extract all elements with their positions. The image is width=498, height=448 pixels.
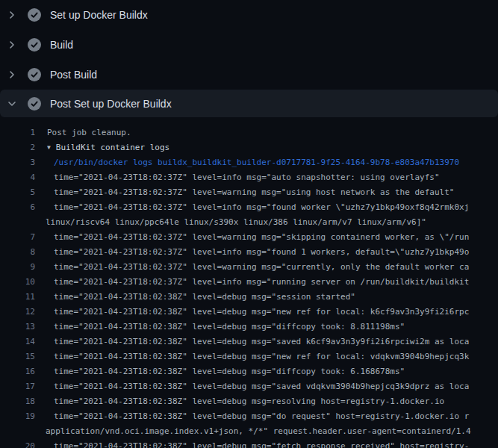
chevron-right-icon — [6, 39, 18, 51]
log-text: time="2021-04-23T18:02:38Z" level=debug … — [35, 394, 444, 409]
log-line-number[interactable]: 20 — [0, 439, 35, 448]
steps-list: Set up Docker BuildxBuildPost BuildPost … — [0, 0, 498, 117]
log-line: 17time="2021-04-23T18:02:38Z" level=debu… — [0, 379, 498, 394]
log-line-number[interactable]: 17 — [0, 379, 35, 394]
status-check-icon — [28, 8, 41, 22]
log-line-number[interactable]: 2 — [0, 140, 35, 155]
log-line-number[interactable]: 1 — [0, 125, 35, 140]
step-label: Post Set up Docker Buildx — [50, 99, 172, 109]
chevron-right-icon — [6, 69, 18, 81]
log-command-text: /usr/bin/docker logs buildx_buildkit_bui… — [35, 155, 459, 170]
log-line-number[interactable]: 3 — [0, 155, 35, 170]
chevron-right-icon — [6, 9, 18, 21]
step-row-post-build[interactable]: Post Build — [0, 60, 498, 90]
status-check-icon — [28, 68, 41, 81]
log-line-number[interactable]: 9 — [0, 260, 35, 275]
log-line-number[interactable]: 14 — [0, 335, 35, 349]
log-viewer: 1Post job cleanup.2▼BuildKit container l… — [0, 117, 498, 448]
log-text: time="2021-04-23T18:02:37Z" level=info m… — [35, 275, 469, 290]
log-text: time="2021-04-23T18:02:38Z" level=debug … — [35, 364, 405, 379]
log-line-number — [0, 424, 35, 439]
status-check-icon — [28, 97, 41, 111]
log-line: 8time="2021-04-23T18:02:37Z" level=info … — [0, 245, 498, 260]
log-line: 7time="2021-04-23T18:02:37Z" level=warni… — [0, 230, 498, 245]
log-text: time="2021-04-23T18:02:37Z" level=warnin… — [35, 230, 469, 245]
log-line: 12time="2021-04-23T18:02:38Z" level=debu… — [0, 305, 498, 320]
log-line-number[interactable]: 10 — [0, 275, 35, 290]
log-line: 6time="2021-04-23T18:02:37Z" level=info … — [0, 200, 498, 215]
log-line-number[interactable]: 19 — [0, 409, 35, 424]
log-text: time="2021-04-23T18:02:38Z" level=debug … — [35, 439, 469, 448]
log-line: 15time="2021-04-23T18:02:38Z" level=debu… — [0, 349, 498, 364]
log-line-number[interactable]: 8 — [0, 245, 35, 260]
log-line-number[interactable]: 15 — [0, 349, 35, 364]
log-line: 10time="2021-04-23T18:02:37Z" level=info… — [0, 275, 498, 290]
log-text: time="2021-04-23T18:02:38Z" level=debug … — [35, 335, 469, 349]
log-line: 19time="2021-04-23T18:02:38Z" level=debu… — [0, 409, 498, 424]
log-text: time="2021-04-23T18:02:38Z" level=debug … — [35, 409, 469, 424]
log-line: 1Post job cleanup. — [0, 125, 498, 140]
log-text: linux/riscv64 linux/ppc64le linux/s390x … — [35, 215, 426, 230]
log-text: time="2021-04-23T18:02:38Z" level=debug … — [35, 379, 469, 394]
log-line: 2▼BuildKit container logs — [0, 140, 498, 155]
log-group-header[interactable]: ▼BuildKit container logs — [35, 140, 169, 155]
log-line: 18time="2021-04-23T18:02:38Z" level=debu… — [0, 394, 498, 409]
log-line: 16time="2021-04-23T18:02:38Z" level=debu… — [0, 364, 498, 379]
log-line: 5time="2021-04-23T18:02:37Z" level=warni… — [0, 185, 498, 200]
step-label: Build — [50, 40, 73, 50]
log-line-number[interactable]: 7 — [0, 230, 35, 245]
step-row-build[interactable]: Build — [0, 30, 498, 60]
chevron-down-icon — [6, 98, 18, 110]
log-line: 13time="2021-04-23T18:02:38Z" level=debu… — [0, 320, 498, 335]
log-text: time="2021-04-23T18:02:38Z" level=debug … — [35, 320, 405, 335]
log-line-number — [0, 215, 35, 230]
step-row-set-up-docker-buildx[interactable]: Set up Docker Buildx — [0, 0, 498, 30]
log-line-number[interactable]: 6 — [0, 200, 35, 215]
log-line: linux/riscv64 linux/ppc64le linux/s390x … — [0, 215, 498, 230]
log-text: time="2021-04-23T18:02:37Z" level=info m… — [35, 245, 469, 260]
log-line-number[interactable]: 18 — [0, 394, 35, 409]
log-text: time="2021-04-23T18:02:38Z" level=debug … — [35, 305, 469, 320]
log-line: 14time="2021-04-23T18:02:38Z" level=debu… — [0, 335, 498, 349]
log-text: Post job cleanup. — [35, 125, 131, 140]
step-row-post-set-up-docker-buildx[interactable]: Post Set up Docker Buildx — [0, 90, 498, 117]
log-line-number[interactable]: 12 — [0, 305, 35, 320]
log-text: time="2021-04-23T18:02:38Z" level=debug … — [35, 290, 355, 305]
log-line-number[interactable]: 4 — [0, 170, 35, 185]
log-line-number[interactable]: 5 — [0, 185, 35, 200]
log-line-number[interactable]: 11 — [0, 290, 35, 305]
step-label: Post Build — [50, 69, 97, 80]
log-text: time="2021-04-23T18:02:37Z" level=warnin… — [35, 260, 469, 275]
log-line: 4time="2021-04-23T18:02:37Z" level=info … — [0, 170, 498, 185]
log-line: 3/usr/bin/docker logs buildx_buildkit_bu… — [0, 155, 498, 170]
log-line: 20time="2021-04-23T18:02:38Z" level=debu… — [0, 439, 498, 448]
log-line-number[interactable]: 13 — [0, 320, 35, 335]
log-line-number[interactable]: 16 — [0, 364, 35, 379]
status-check-icon — [28, 38, 41, 52]
log-line: 11time="2021-04-23T18:02:38Z" level=debu… — [0, 290, 498, 305]
log-line: 9time="2021-04-23T18:02:37Z" level=warni… — [0, 260, 498, 275]
log-text: time="2021-04-23T18:02:37Z" level=info m… — [35, 200, 469, 215]
log-text: time="2021-04-23T18:02:37Z" level=warnin… — [35, 185, 454, 200]
log-text: time="2021-04-23T18:02:37Z" level=info m… — [35, 170, 440, 185]
log-text: application/vnd.oci.image.index.v1+json,… — [35, 424, 471, 439]
step-label: Set up Docker Buildx — [50, 10, 148, 20]
log-text: time="2021-04-23T18:02:38Z" level=debug … — [35, 349, 469, 364]
log-line: application/vnd.oci.image.index.v1+json,… — [0, 424, 498, 439]
group-toggle-icon[interactable]: ▼ — [47, 140, 51, 155]
